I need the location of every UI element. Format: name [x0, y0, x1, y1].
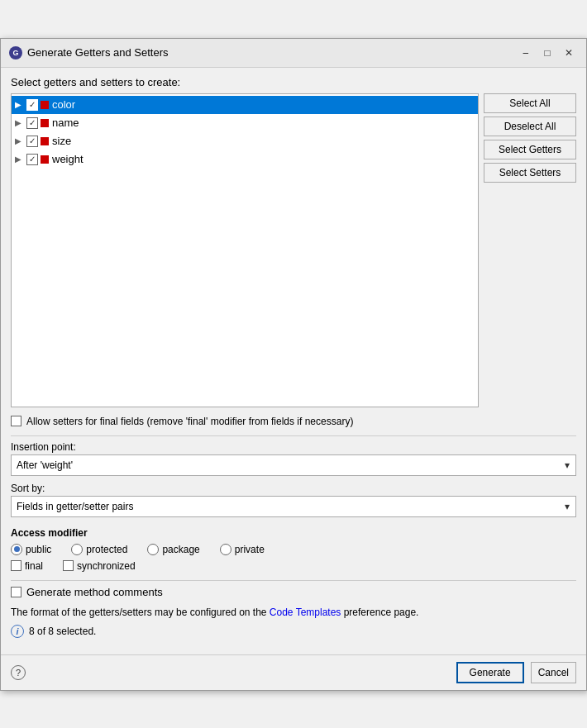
info-badge: i 8 of 8 selected. — [11, 625, 576, 638]
dialog-body: Select getters and setters to create: ▶ … — [1, 68, 586, 654]
insertion-point-select[interactable]: After 'weight' — [11, 454, 576, 476]
field-icon-weight — [41, 155, 49, 164]
select-setters-button[interactable]: Select Setters — [484, 163, 576, 183]
field-icon-color — [41, 101, 49, 109]
title-bar: G Generate Getters and Setters ‒ □ ✕ — [1, 39, 586, 68]
field-icon-name — [41, 119, 49, 127]
radio-package[interactable]: package — [147, 544, 199, 555]
info-text-2: preference page. — [344, 607, 419, 618]
final-label: final — [25, 560, 43, 572]
expand-arrow-color: ▶ — [15, 100, 26, 109]
info-icon: i — [11, 625, 24, 638]
field-row-color[interactable]: ▶ color — [12, 96, 478, 114]
fields-list: ▶ color ▶ name ▶ size — [11, 93, 479, 407]
expand-arrow-weight: ▶ — [15, 155, 26, 164]
radio-protected[interactable]: protected — [71, 544, 127, 555]
generate-button[interactable]: Generate — [456, 662, 524, 683]
field-name-weight: weight — [52, 153, 84, 165]
fields-area: ▶ color ▶ name ▶ size — [11, 93, 576, 407]
expand-arrow-size: ▶ — [15, 136, 26, 145]
dialog-icon-svg: G — [10, 47, 21, 59]
radio-private[interactable]: private — [220, 544, 265, 555]
final-checkbox[interactable] — [11, 560, 21, 571]
help-button[interactable]: ? — [11, 665, 26, 680]
minimize-button[interactable]: ‒ — [517, 44, 535, 62]
radio-package-circle[interactable] — [147, 544, 159, 555]
deselect-all-button[interactable]: Deselect All — [484, 117, 576, 136]
svg-text:G: G — [12, 49, 18, 57]
generate-getters-setters-dialog: G Generate Getters and Setters ‒ □ ✕ Sel… — [0, 38, 587, 691]
access-radio-row: public protected package private — [11, 544, 576, 555]
allow-final-checkbox[interactable] — [11, 416, 21, 426]
code-templates-link[interactable]: Code Templates — [270, 607, 341, 618]
field-row-name[interactable]: ▶ name — [12, 114, 478, 132]
allow-final-label: Allow setters for final fields (remove '… — [26, 414, 353, 429]
generate-comments-label: Generate method comments — [26, 586, 163, 598]
field-name-size: size — [52, 135, 71, 147]
checkbox-synchronized[interactable]: synchronized — [63, 560, 136, 572]
radio-public-circle[interactable] — [11, 544, 22, 555]
select-all-button[interactable]: Select All — [484, 93, 576, 113]
dialog-icon: G — [9, 46, 22, 59]
radio-package-label: package — [162, 544, 199, 555]
info-text-1: The format of the getters/setters may be… — [11, 607, 267, 618]
select-getters-button[interactable]: Select Getters — [484, 140, 576, 159]
checkbox-color[interactable] — [26, 99, 38, 111]
sort-by-label: Sort by: — [11, 483, 576, 494]
title-bar-controls: ‒ □ ✕ — [517, 44, 578, 62]
title-bar-left: G Generate Getters and Setters — [9, 46, 169, 59]
field-row-size[interactable]: ▶ size — [12, 132, 478, 150]
footer-left: ? — [11, 665, 26, 680]
synchronized-label: synchronized — [77, 560, 136, 572]
sort-by-select[interactable]: Fields in getter/setter pairs — [11, 496, 576, 517]
dialog-footer: ? Generate Cancel — [1, 654, 586, 690]
access-modifier-label: Access modifier — [11, 527, 576, 539]
checkbox-name[interactable] — [26, 117, 38, 129]
radio-public[interactable]: public — [11, 544, 51, 555]
field-name-color: color — [52, 98, 75, 111]
action-buttons-col: Select All Deselect All Select Getters S… — [484, 93, 576, 407]
generate-comments-row: Generate method comments — [11, 586, 576, 598]
status-text: 8 of 8 selected. — [29, 626, 96, 637]
insertion-point-wrapper: After 'weight' — [11, 454, 576, 476]
info-text: The format of the getters/setters may be… — [11, 605, 576, 620]
dialog-title: Generate Getters and Setters — [27, 46, 169, 59]
radio-private-label: private — [235, 544, 265, 555]
footer-right: Generate Cancel — [456, 662, 576, 683]
sort-by-wrapper: Fields in getter/setter pairs — [11, 496, 576, 517]
section-label: Select getters and setters to create: — [11, 76, 576, 88]
checkbox-size[interactable] — [26, 136, 38, 147]
radio-protected-circle[interactable] — [71, 544, 83, 555]
radio-public-label: public — [26, 544, 51, 555]
radio-private-circle[interactable] — [220, 544, 231, 555]
modifier-checkbox-row: final synchronized — [11, 560, 576, 572]
maximize-button[interactable]: □ — [538, 44, 556, 62]
field-row-weight[interactable]: ▶ weight — [12, 150, 478, 169]
checkbox-final[interactable]: final — [11, 560, 43, 572]
checkbox-weight[interactable] — [26, 154, 38, 165]
radio-protected-label: protected — [86, 544, 127, 555]
synchronized-checkbox[interactable] — [63, 560, 74, 571]
allow-final-row: Allow setters for final fields (remove '… — [11, 414, 576, 429]
field-name-name: name — [52, 117, 79, 129]
close-button[interactable]: ✕ — [560, 44, 578, 62]
divider-1 — [11, 435, 576, 436]
generate-comments-checkbox[interactable] — [11, 587, 21, 597]
field-icon-size — [41, 137, 49, 145]
expand-arrow-name: ▶ — [15, 118, 26, 127]
divider-2 — [11, 580, 576, 581]
insertion-point-label: Insertion point: — [11, 441, 576, 453]
access-modifier-section: Access modifier public protected package… — [11, 524, 576, 575]
cancel-button[interactable]: Cancel — [531, 662, 576, 683]
